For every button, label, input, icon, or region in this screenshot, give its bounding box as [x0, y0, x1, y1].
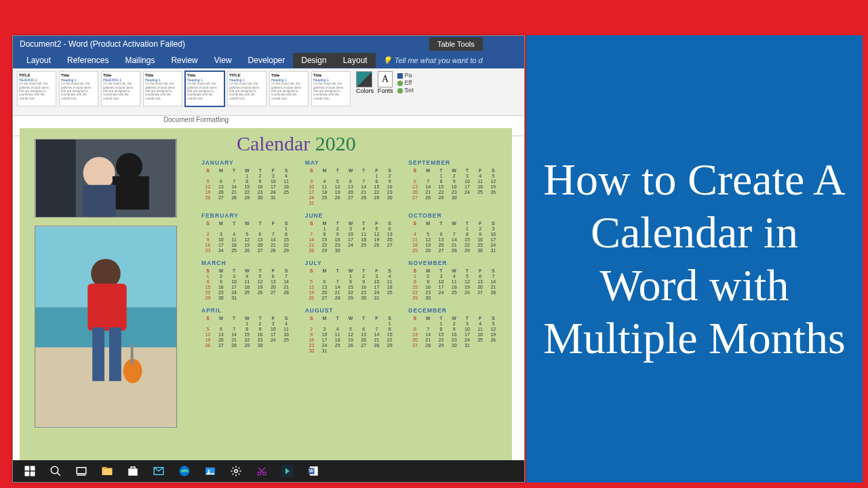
month-march[interactable]: MARCHSMTWTFS1234567891011121314151617181…: [201, 260, 293, 300]
taskbar-photos-icon[interactable]: [199, 462, 222, 481]
ribbon-group-label: Document Formatting: [13, 116, 379, 123]
tab-developer[interactable]: Developer: [240, 53, 294, 68]
titlebar: Document2 - Word (Product Activation Fai…: [13, 36, 524, 52]
photo-bottom[interactable]: [35, 226, 177, 428]
svg-rect-24: [102, 467, 107, 469]
ribbon-options: Pa Eff Set: [397, 72, 414, 94]
svg-rect-8: [35, 348, 176, 427]
svg-rect-25: [128, 468, 138, 476]
calendar-title-year: 2020: [315, 132, 356, 155]
svg-rect-23: [102, 468, 113, 476]
style-gallery[interactable]: TITLEHEADING 1On the Insert tab, the gal…: [17, 71, 351, 106]
style-thumb[interactable]: TitleHEADING 1On the Insert tab, the gal…: [101, 71, 140, 106]
tell-me-search[interactable]: 💡 Tell me what you want to d: [382, 56, 483, 65]
style-thumb[interactable]: TITLEHEADING 1On the Insert tab, the gal…: [17, 71, 56, 106]
svg-point-30: [235, 470, 238, 473]
svg-rect-1: [36, 140, 76, 217]
colors-label: Colors: [356, 87, 374, 94]
svg-point-29: [208, 470, 210, 472]
colors-icon: [356, 71, 372, 87]
tab-table-layout[interactable]: Layout: [335, 53, 376, 68]
tab-view[interactable]: View: [206, 53, 240, 68]
month-april[interactable]: APRILSMTWTFS1234567891011121314151617181…: [201, 307, 293, 353]
month-november[interactable]: NOVEMBERSMTWTFS1234567891011121314151617…: [408, 260, 500, 300]
ribbon-right-group: Colors A Fonts Pa Eff Set: [356, 71, 414, 94]
month-august[interactable]: AUGUSTSMTWTFS123456789101112131415161718…: [305, 307, 397, 353]
calendar-page[interactable]: Calendar 2020: [20, 128, 512, 460]
style-thumb[interactable]: TitleHeading 1On the Insert tab, the gal…: [59, 71, 98, 106]
photo-top[interactable]: [35, 139, 177, 218]
svg-point-19: [51, 466, 58, 474]
svg-rect-11: [92, 327, 104, 381]
taskbar-search-icon[interactable]: [44, 462, 67, 481]
thumbnail-frame: How to Create A Calendar in Word with Mu…: [0, 0, 868, 488]
svg-rect-18: [31, 472, 35, 476]
month-may[interactable]: MAYSMTWTFS123456789101112131415161718192…: [305, 159, 397, 205]
fonts-label: Fonts: [378, 87, 393, 94]
headline-panel: How to Create A Calendar in Word with Mu…: [526, 35, 863, 483]
tell-me-label: Tell me what you want to d: [395, 56, 483, 64]
style-thumb[interactable]: TitleHeading 1On the Insert tab, the gal…: [185, 71, 224, 106]
style-thumb[interactable]: TitleHeading 1On the Insert tab, the gal…: [311, 71, 351, 106]
taskbar-filmora-icon[interactable]: [276, 462, 299, 481]
month-september[interactable]: SEPTEMBERSMTWTFS123456789101112131415161…: [408, 159, 500, 205]
taskbar-task-view-icon[interactable]: [70, 462, 93, 481]
paragraph-spacing-button[interactable]: Pa: [397, 72, 414, 79]
svg-rect-5: [83, 185, 116, 217]
style-thumb[interactable]: TITLEHeading 1On the Insert tab, the gal…: [227, 71, 267, 106]
month-february[interactable]: FEBRUARYSMTWTFS1234567891011121314151617…: [201, 212, 293, 253]
windows-taskbar[interactable]: W: [13, 460, 524, 482]
svg-rect-17: [25, 472, 30, 476]
months-grid[interactable]: JANUARYSMTWTFS12345678910111213141516171…: [201, 159, 500, 353]
style-thumb[interactable]: TitleHeading 1On the Insert tab, the gal…: [143, 71, 182, 106]
tab-design[interactable]: Design: [293, 53, 334, 68]
beach-photo-placeholder: [35, 226, 176, 427]
tab-mailings[interactable]: Mailings: [117, 53, 163, 68]
svg-rect-21: [77, 468, 86, 474]
style-thumb[interactable]: TitleHeading 1On the Insert tab, the gal…: [269, 71, 309, 106]
svg-rect-15: [25, 466, 30, 471]
baby-photo-placeholder: [35, 140, 176, 217]
red-banner: [0, 0, 868, 35]
lightbulb-icon: 💡: [382, 56, 392, 65]
taskbar-snip-icon[interactable]: [250, 462, 273, 481]
effects-button[interactable]: Eff: [397, 79, 414, 86]
svg-rect-12: [109, 327, 121, 381]
month-december[interactable]: DECEMBERSMTWTFS1234567891011121314151617…: [408, 307, 500, 353]
fonts-button[interactable]: A Fonts: [378, 71, 393, 94]
month-october[interactable]: OCTOBERSMTWTFS12345678910111213141516171…: [408, 212, 500, 253]
taskbar-edge-icon[interactable]: [173, 462, 196, 481]
taskbar-start-icon[interactable]: [18, 462, 41, 481]
calendar-title[interactable]: Calendar 2020: [237, 132, 356, 155]
tab-review[interactable]: Review: [163, 53, 205, 68]
taskbar-store-icon[interactable]: [121, 462, 144, 481]
svg-rect-10: [87, 284, 126, 331]
month-january[interactable]: JANUARYSMTWTFS12345678910111213141516171…: [201, 159, 293, 205]
svg-rect-16: [31, 466, 35, 471]
ribbon-body: TITLEHEADING 1On the Insert tab, the gal…: [13, 68, 524, 116]
document-area[interactable]: · 8 · | · 9 · | · 10 · | · 11 · | · 12 ·…: [13, 125, 524, 460]
month-july[interactable]: JULYSMTWTFS12345678910111213141516171819…: [305, 260, 397, 300]
svg-point-3: [116, 153, 142, 180]
table-tools-label: Table Tools: [429, 37, 483, 51]
taskbar-word-icon[interactable]: W: [302, 462, 325, 481]
month-june[interactable]: JUNESMTWTFS12345678910111213141516171819…: [305, 212, 397, 253]
svg-line-20: [57, 472, 60, 476]
headline-text: How to Create A Calendar in Word with Mu…: [540, 153, 849, 365]
ribbon-tabs: Layout References Mailings Review View D…: [13, 52, 524, 68]
document-title: Document2 - Word (Product Activation Fai…: [20, 39, 185, 49]
svg-point-2: [83, 157, 115, 189]
svg-text:W: W: [309, 468, 314, 473]
svg-rect-4: [113, 176, 149, 209]
taskbar-settings-icon[interactable]: [224, 462, 248, 481]
tab-references[interactable]: References: [59, 53, 117, 68]
taskbar-explorer-icon[interactable]: [96, 462, 119, 481]
svg-rect-14: [131, 344, 134, 365]
calendar-title-word: Calendar: [237, 132, 310, 155]
colors-button[interactable]: Colors: [356, 71, 374, 94]
set-default-button[interactable]: Set: [397, 87, 414, 94]
taskbar-mail-icon[interactable]: [147, 462, 170, 481]
fonts-icon: A: [378, 71, 393, 87]
tab-layout[interactable]: Layout: [18, 53, 59, 68]
word-window: Document2 - Word (Product Activation Fai…: [12, 35, 525, 483]
